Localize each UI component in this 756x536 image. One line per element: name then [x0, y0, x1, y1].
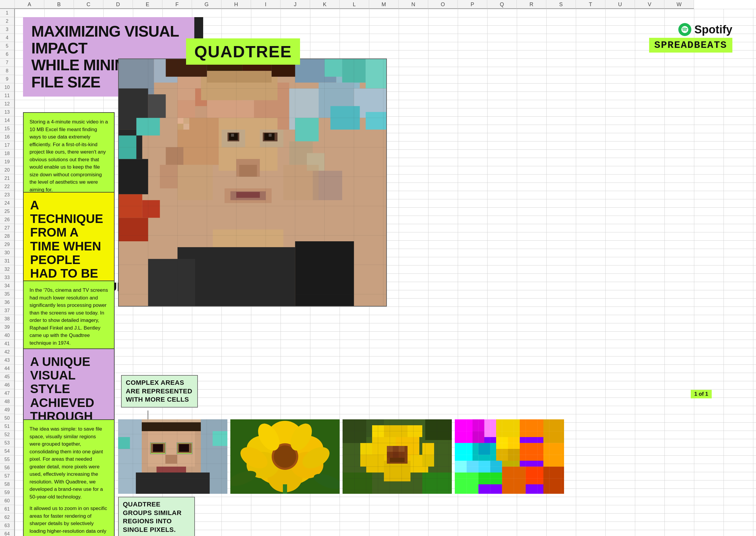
intro-box: Storing a 4-minute music video in a 10 M… [23, 112, 115, 199]
col-header-M[interactable]: M [369, 0, 399, 9]
svg-rect-74 [119, 218, 148, 241]
row-num-63: 63 [0, 521, 14, 530]
row-num-19: 19 [0, 158, 14, 166]
flower-real-svg [230, 419, 340, 494]
svg-rect-60 [178, 118, 183, 124]
col-header-N[interactable]: N [399, 0, 428, 9]
row-num-33: 33 [0, 274, 14, 282]
row-num-18: 18 [0, 150, 14, 158]
col-header-E[interactable]: E [133, 0, 162, 9]
annotation-line-1 [148, 411, 148, 419]
row-num-15: 15 [0, 125, 14, 133]
small-face-container: COMPLEX AREAS ARE REPRESENTED WITH MORE … [118, 419, 227, 536]
col-header-B[interactable]: B [44, 0, 74, 9]
row-num-24: 24 [0, 199, 14, 207]
col-header-T[interactable]: T [576, 0, 606, 9]
col-header-R[interactable]: R [517, 0, 546, 9]
row-num-31: 31 [0, 257, 14, 265]
row-num-43: 43 [0, 356, 14, 364]
svg-rect-144 [425, 419, 452, 440]
intro-text: Storing a 4-minute music video in a 10 M… [29, 118, 108, 193]
svg-rect-162 [393, 446, 399, 452]
col-header-P[interactable]: P [458, 0, 487, 9]
row-num-1: 1 [0, 9, 14, 17]
row-num-20: 20 [0, 166, 14, 174]
row-num-38: 38 [0, 315, 14, 323]
row-num-50: 50 [0, 414, 14, 422]
row-num-34: 34 [0, 282, 14, 290]
row-num-41: 41 [0, 340, 14, 348]
row-num-7: 7 [0, 58, 14, 67]
row-num-40: 40 [0, 331, 14, 340]
row-num-56: 56 [0, 464, 14, 472]
svg-rect-32 [231, 134, 234, 137]
row-num-30: 30 [0, 249, 14, 257]
row-num-57: 57 [0, 472, 14, 480]
small-face-image [118, 419, 227, 494]
row-num-12: 12 [0, 100, 14, 108]
row-num-51: 51 [0, 422, 14, 431]
small-face-svg [118, 419, 227, 494]
col-header-O[interactable]: O [428, 0, 458, 9]
col-header-W[interactable]: W [665, 0, 694, 9]
col-header-H[interactable]: H [221, 0, 251, 9]
col-header-F[interactable]: F [162, 0, 192, 9]
tot-label: 1 of 1 [691, 390, 712, 398]
row-num-48: 48 [0, 397, 14, 406]
row-num-6: 6 [0, 50, 14, 58]
col-header-J[interactable]: J [280, 0, 310, 9]
svg-rect-62 [178, 124, 183, 130]
col-header-C[interactable]: C [74, 0, 103, 9]
svg-rect-64 [178, 165, 213, 200]
col-header-A[interactable]: A [15, 0, 44, 9]
quadtree-text: QUADTREE [194, 42, 292, 61]
row-num-27: 27 [0, 224, 14, 232]
yellow-heading-text: A TECHNIQUE FROM A TIME WHEN PEOPLE HAD … [30, 198, 108, 294]
spotify-name: Spotify [694, 23, 732, 36]
col-header-D[interactable]: D [103, 0, 133, 9]
col-header-V[interactable]: V [635, 0, 665, 9]
row-num-21: 21 [0, 174, 14, 183]
col-header-L[interactable]: L [340, 0, 369, 9]
main-content: MAXIMIZING VISUAL IMPACT WHILE MINIMIZIN… [15, 9, 756, 536]
row-num-36: 36 [0, 298, 14, 307]
cell-selection-1 [150, 442, 166, 454]
row-num-22: 22 [0, 183, 14, 191]
col-header-row: ABCDEFGHIJKLMNOPQRSTUVW [0, 0, 756, 9]
annotation-complex-areas: COMPLEX AREAS ARE REPRESENTED WITH MORE … [121, 375, 198, 408]
row-num-53: 53 [0, 439, 14, 447]
row-num-60: 60 [0, 497, 14, 505]
col-header-S[interactable]: S [546, 0, 576, 9]
row-num-32: 32 [0, 265, 14, 274]
row-num-45: 45 [0, 373, 14, 381]
svg-rect-38 [239, 165, 257, 177]
col-header-Q[interactable]: Q [487, 0, 517, 9]
row-num-25: 25 [0, 207, 14, 216]
svg-rect-210 [478, 443, 490, 455]
svg-rect-24 [148, 94, 166, 118]
svg-rect-188 [520, 419, 543, 437]
svg-rect-157 [422, 443, 434, 455]
col-header-I[interactable]: I [251, 0, 280, 9]
bottom-text-para1: The idea was simple: to save file space,… [29, 425, 108, 501]
svg-rect-36 [269, 134, 272, 137]
bottom-strip: COMPLEX AREAS ARE REPRESENTED WITH MORE … [118, 419, 564, 536]
col-header-U[interactable]: U [606, 0, 635, 9]
cell-selection-2 [177, 442, 192, 454]
row-num-35: 35 [0, 290, 14, 298]
svg-rect-46 [148, 259, 195, 306]
svg-rect-67 [207, 71, 272, 83]
col-header-K[interactable]: K [310, 0, 340, 9]
flower-glitch-image [455, 419, 564, 494]
col-header-G[interactable]: G [192, 0, 221, 9]
row-num-42: 42 [0, 348, 14, 356]
row-num-46: 46 [0, 381, 14, 389]
row-num-59: 59 [0, 488, 14, 497]
svg-rect-145 [343, 473, 372, 494]
spotify-icon [678, 23, 691, 36]
annotation-quadtree-groups: QUADTREE GROUPS SIMILAR REGIONS INTO SIN… [118, 497, 195, 536]
flower-real-image [230, 419, 340, 494]
svg-rect-73 [142, 200, 160, 218]
row-num-54: 54 [0, 447, 14, 455]
svg-rect-193 [520, 443, 543, 461]
